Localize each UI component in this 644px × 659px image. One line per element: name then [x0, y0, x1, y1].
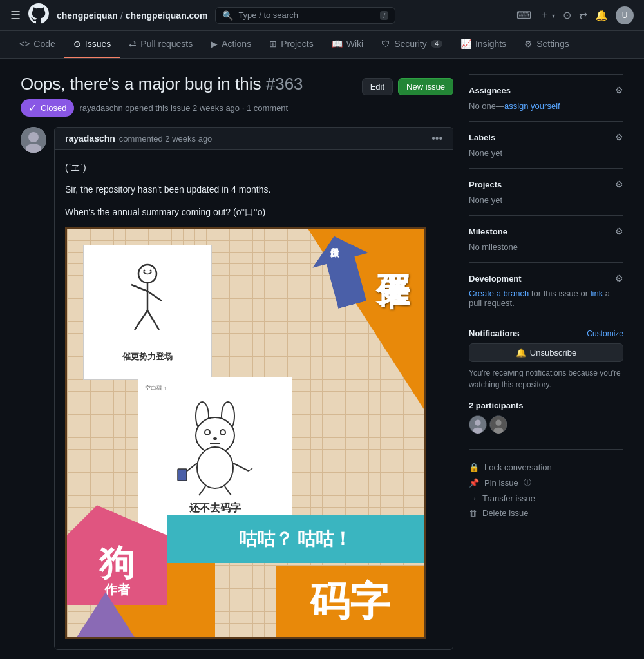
comment-header: rayadaschn commented 2 weeks ago ••• — [55, 128, 453, 150]
participant-avatar-2[interactable] — [489, 415, 507, 434]
issues-nav-icon: ⊙ — [73, 39, 81, 49]
labels-title: Labels — [469, 133, 495, 142]
github-logo-icon[interactable] — [28, 3, 49, 28]
meme-rabbit-card: 空白稿 ↑ — [138, 377, 292, 538]
projects-nav-icon: ⊞ — [269, 39, 277, 49]
search-placeholder: Type / to search — [238, 10, 298, 20]
new-issue-button[interactable]: New issue — [398, 78, 453, 95]
svg-line-21 — [233, 463, 249, 471]
security-nav-icon: 🛡 — [381, 39, 390, 49]
pull-request-icon[interactable]: ⇄ — [579, 9, 587, 21]
sidebar-milestone-section: Milestone ⚙ No milestone — [469, 215, 623, 262]
participant-avatar-1[interactable] — [469, 415, 487, 434]
edit-button[interactable]: Edit — [362, 78, 393, 95]
unsubscribe-button[interactable]: 🔔 Unsubscribe — [469, 343, 623, 362]
milestone-gear-icon[interactable]: ⚙ — [615, 226, 623, 236]
notifications-section: Notifications Customize 🔔 Unsubscribe Yo… — [469, 329, 623, 390]
svg-line-22 — [249, 468, 252, 471]
svg-line-8 — [147, 291, 162, 301]
small-label-top: 空白稿 ↑ — [145, 384, 167, 392]
breadcrumb-user[interactable]: chengpeiquan — [57, 10, 118, 21]
projects-header: Projects ⚙ — [469, 179, 623, 189]
security-badge: 4 — [431, 40, 442, 48]
svg-line-7 — [131, 285, 147, 291]
labels-value: None yet — [469, 148, 502, 158]
delete-issue-link[interactable]: 🗑 Delete issue — [469, 506, 623, 521]
notifications-header: Notifications Customize — [469, 329, 623, 338]
nav-pull-requests[interactable]: ⇄ Pull requests — [120, 31, 202, 58]
issue-header-actions: Oops, there's a major bug in this #363 E… — [21, 74, 453, 99]
nav-actions[interactable]: ▶ Actions — [202, 31, 260, 58]
plus-icon[interactable]: ＋ ▾ — [539, 8, 555, 22]
search-bar[interactable]: 🔍 Type / to search / — [215, 7, 395, 24]
pin-issue-link[interactable]: 📌 Pin issue ⓘ — [469, 475, 623, 491]
activity-icon[interactable]: ⊙ — [563, 9, 571, 21]
notifications-info: You're receiving notifications because y… — [469, 367, 623, 390]
rabbit-card-caption: 还不去码字 — [189, 502, 241, 515]
comment-author-avatar[interactable] — [21, 127, 46, 153]
nav-code[interactable]: <> Code — [10, 31, 64, 58]
nav-security[interactable]: 🛡 Security 4 — [372, 31, 451, 58]
rabbit-svg — [176, 400, 254, 497]
bottom-actions: 🔒 Lock conversation 📌 Pin issue ⓘ → Tran… — [469, 449, 623, 521]
insights-nav-icon: 📈 — [460, 39, 471, 49]
svg-line-23 — [199, 486, 205, 495]
create-branch-link[interactable]: Create a branch — [469, 289, 529, 298]
transfer-issue-link[interactable]: → Transfer issue — [469, 491, 623, 506]
notifications-title: Notifications — [469, 329, 520, 338]
nav-issues[interactable]: ⊙ Issues — [64, 31, 120, 58]
bell-icon: 🔔 — [516, 348, 526, 358]
trash-icon: 🗑 — [469, 508, 477, 518]
issue-title: Oops, there's a major bug in this #363 — [21, 74, 303, 94]
wiki-nav-icon: 📖 — [332, 39, 343, 49]
svg-line-10 — [147, 310, 159, 330]
notifications-customize-link[interactable]: Customize — [587, 329, 623, 338]
comment-header-left: rayadaschn commented 2 weeks ago — [65, 133, 212, 144]
sidebar: Assignees ⚙ No one—assign yourself Label… — [469, 74, 623, 650]
meme-image: 没什么卵用 催更卡 — [65, 227, 426, 639]
svg-line-24 — [225, 486, 231, 495]
hamburger-icon[interactable]: ☰ — [10, 8, 21, 23]
comment-body-line2: Sir, the repository hasn't been updated … — [65, 182, 442, 196]
nav-settings[interactable]: ⚙ Settings — [515, 31, 578, 58]
top-nav-right: ⌨ ＋ ▾ ⊙ ⇄ 🔔 U — [516, 6, 634, 24]
user-avatar[interactable]: U — [616, 6, 634, 24]
sidebar-projects-section: Projects ⚙ None yet — [469, 168, 623, 215]
svg-point-4 — [144, 270, 146, 272]
labels-gear-icon[interactable]: ⚙ — [615, 132, 623, 142]
comment-body-line3: When's the annual summary coming out? (o… — [65, 205, 442, 219]
repo-navigation: <> Code ⊙ Issues ⇄ Pull requests ▶ Actio… — [0, 31, 644, 59]
milestone-header: Milestone ⚙ — [469, 226, 623, 236]
nav-wiki[interactable]: 📖 Wiki — [323, 31, 372, 58]
development-gear-icon[interactable]: ⚙ — [615, 273, 623, 283]
link-pr-link[interactable]: link — [591, 289, 603, 298]
assign-yourself-link[interactable]: assign yourself — [504, 101, 560, 111]
nav-projects[interactable]: ⊞ Projects — [260, 31, 323, 58]
meme-orange-bottom-right: 码字 — [276, 566, 424, 637]
milestone-value: No milestone — [469, 242, 518, 252]
teal-text: 咕咕？ 咕咕！ — [239, 527, 352, 551]
search-icon: 🔍 — [222, 10, 233, 21]
assignees-gear-icon[interactable]: ⚙ — [615, 85, 623, 95]
comment-author-name[interactable]: rayadaschn — [65, 133, 115, 144]
header-buttons: Edit New issue — [362, 78, 453, 95]
closed-icon: ✓ — [28, 102, 37, 114]
code-nav-icon: <> — [19, 39, 30, 49]
svg-point-16 — [213, 437, 217, 440]
comment-thread: rayadaschn commented 2 weeks ago ••• (`ヱ… — [21, 127, 453, 650]
comment-time: commented 2 weeks ago — [119, 134, 213, 144]
meme-stick-figure-card: 催更势力登场 — [83, 245, 212, 380]
notifications-icon[interactable]: 🔔 — [595, 9, 608, 21]
lock-conversation-link[interactable]: 🔒 Lock conversation — [469, 460, 623, 475]
projects-gear-icon[interactable]: ⚙ — [615, 179, 623, 189]
comment-container: rayadaschn commented 2 weeks ago ••• (`ヱ… — [21, 127, 453, 650]
pr-nav-icon: ⇄ — [129, 39, 137, 49]
svg-point-5 — [150, 270, 152, 272]
nav-insights[interactable]: 📈 Insights — [451, 31, 515, 58]
breadcrumb-repo[interactable]: chengpeiquan.com — [126, 10, 208, 21]
actions-nav-icon: ▶ — [211, 39, 218, 49]
development-header: Development ⚙ — [469, 273, 623, 283]
terminal-icon[interactable]: ⌨ — [516, 9, 531, 21]
issue-number: #363 — [266, 74, 303, 93]
comment-options-button[interactable]: ••• — [431, 133, 442, 144]
